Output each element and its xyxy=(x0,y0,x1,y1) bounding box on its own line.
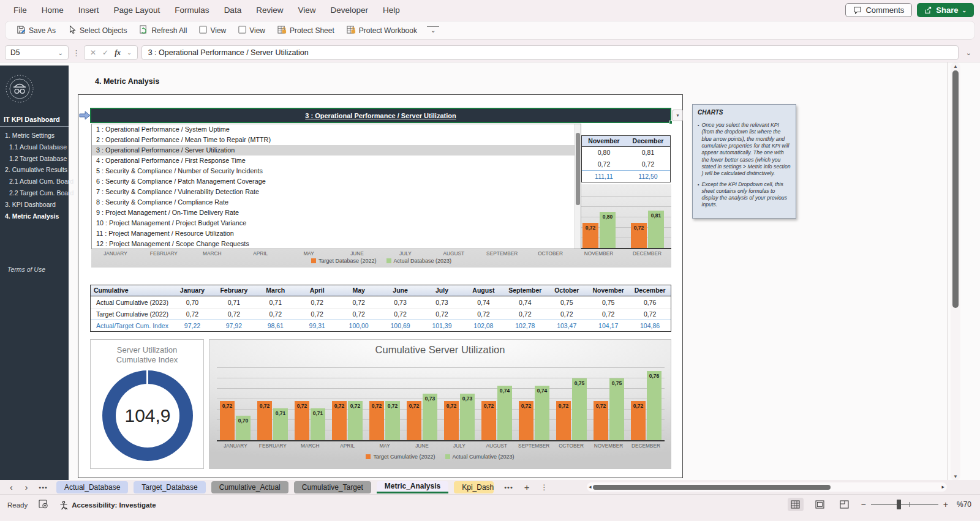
toolbar-refresh-all[interactable]: Refresh All xyxy=(134,23,192,39)
table-cell[interactable]: 0,73 xyxy=(421,297,463,308)
page-layout-view-button[interactable] xyxy=(812,498,828,511)
table-cell[interactable]: 100,00 xyxy=(338,320,380,331)
sidebar-item-3-kpi-dashboard[interactable]: 3. KPI Dashboard xyxy=(0,199,69,211)
sheet-options-icon[interactable]: ⋮ xyxy=(536,483,553,492)
table-cell[interactable]: 104,86 xyxy=(629,320,671,331)
zoom-slider[interactable] xyxy=(871,504,938,505)
zoom-percentage[interactable]: %70 xyxy=(957,500,971,509)
column-header[interactable]: November xyxy=(587,285,629,296)
horizontal-scrollbar[interactable]: ◂ ▸ xyxy=(587,482,947,492)
table-cell[interactable]: 0,70 xyxy=(172,297,213,308)
normal-view-button[interactable] xyxy=(788,498,804,511)
kpi-dropdown-cell[interactable]: 3 : Operational Performance / Server Uti… xyxy=(91,109,670,122)
kpi-option[interactable]: 10 : Project Management / Project Budget… xyxy=(92,218,581,228)
sidebar-item-2-1-actual-cum-board[interactable]: 2.1 Actual Cum. Board xyxy=(0,176,69,187)
sidebar-item-2-cumulative-results[interactable]: 2. Cumulative Results xyxy=(0,164,69,176)
kpi-option[interactable]: 6 : Security & Compliance / Patch Manage… xyxy=(92,176,581,187)
cancel-entry-icon[interactable]: ✕ xyxy=(90,48,96,57)
menu-item-home[interactable]: Home xyxy=(34,2,71,18)
more-sheets-icon[interactable]: ••• xyxy=(499,484,518,491)
table-cell[interactable]: 0,72 xyxy=(504,309,546,320)
kpi-option[interactable]: 8 : Security & Compliance / Compliance R… xyxy=(92,197,581,208)
table-cell[interactable]: 0,71 xyxy=(255,297,296,308)
sheet-tab-cumulative_target[interactable]: Cumulative_Target xyxy=(294,481,371,493)
table-cell[interactable]: 0,71 xyxy=(213,297,255,308)
table-cell[interactable]: 0,76 xyxy=(629,297,671,308)
sheet-tab-actual_database[interactable]: Actual_Database xyxy=(56,481,128,493)
checkbox-icon[interactable] xyxy=(238,26,246,36)
sheet-tab-target_database[interactable]: Target_Database xyxy=(134,481,205,493)
table-cell[interactable]: 0,72 xyxy=(338,309,380,320)
kpi-option[interactable]: 4 : Operational Performance / First Resp… xyxy=(92,156,581,166)
tabs-scroll-left-icon[interactable]: ‹ xyxy=(4,481,19,493)
all-sheets-icon[interactable]: ••• xyxy=(34,484,53,491)
table-cell[interactable]: 0,74 xyxy=(504,297,546,308)
column-header[interactable]: November xyxy=(582,136,626,146)
row-label[interactable]: Actual/Target Cum. Index xyxy=(91,320,172,331)
table-cell[interactable]: 102,78 xyxy=(504,320,546,331)
column-header[interactable]: August xyxy=(462,285,504,296)
table-cell[interactable]: 0,72 xyxy=(380,309,421,320)
expand-formula-bar-icon[interactable]: ⌄ xyxy=(962,49,975,57)
tabs-scroll-right-icon[interactable]: › xyxy=(19,481,34,493)
table-cell[interactable]: 97,22 xyxy=(172,320,213,331)
sidebar-item-4-metric-analysis[interactable]: 4. Metric Analysis xyxy=(0,211,69,222)
toolbar-save-as[interactable]: Save As xyxy=(12,23,61,39)
table-cell[interactable]: 0,80 xyxy=(582,147,626,159)
table-cell[interactable]: 0,72 xyxy=(546,309,587,320)
table-cell[interactable]: 0,75 xyxy=(587,297,629,308)
table-cell[interactable]: 111,11 xyxy=(582,171,626,182)
cell-fill-handle[interactable] xyxy=(669,121,673,124)
table-cell[interactable]: 98,61 xyxy=(255,320,296,331)
row-label[interactable]: Actual Cumulative (2023) xyxy=(91,297,172,308)
toolbar-more-icon[interactable]: ⌄ xyxy=(427,26,439,34)
sheet-tab-cumulative_actual[interactable]: Cumulative_Actual xyxy=(211,481,288,493)
sheet-tab-kpi_dash[interactable]: Kpi_Dash xyxy=(454,481,494,493)
column-header[interactable]: July xyxy=(421,285,463,296)
kpi-option[interactable]: 3 : Operational Performance / Server Uti… xyxy=(92,145,581,156)
table-cell[interactable]: 0,75 xyxy=(546,297,587,308)
sidebar-item-1-1-actual-database[interactable]: 1.1 Actual Database xyxy=(0,141,69,153)
table-cell[interactable]: 97,92 xyxy=(213,320,255,331)
terms-of-use-link[interactable]: Terms of Use xyxy=(0,266,69,273)
table-cell[interactable]: 0,72 xyxy=(421,309,463,320)
share-button[interactable]: Share ⌄ xyxy=(917,3,974,17)
table-cell[interactable]: 99,31 xyxy=(296,320,338,331)
sidebar-item-2-2-target-cum-board[interactable]: 2.2 Target Cum. Board xyxy=(0,187,69,199)
table-cell[interactable]: 0,72 xyxy=(296,309,338,320)
menu-item-help[interactable]: Help xyxy=(375,2,407,18)
sidebar-item-1-metric-settings[interactable]: 1. Metric Settings xyxy=(0,130,69,141)
table-cell[interactable]: 102,08 xyxy=(462,320,504,331)
scroll-down-icon[interactable]: ▼ xyxy=(951,474,960,479)
menu-item-developer[interactable]: Developer xyxy=(323,2,375,18)
column-header[interactable]: September xyxy=(504,285,546,296)
toolbar-view[interactable]: View xyxy=(194,23,231,38)
toolbar-protect-sheet[interactable]: Protect Sheet xyxy=(273,23,339,39)
toolbar-protect-workbook[interactable]: Protect Workbook xyxy=(342,23,422,39)
table-cell[interactable]: 103,47 xyxy=(546,320,587,331)
table-cell[interactable]: 0,72 xyxy=(587,309,629,320)
table-cell[interactable]: 101,39 xyxy=(421,320,463,331)
table-cell[interactable]: 0,72 xyxy=(213,309,255,320)
table-cell[interactable]: 0,72 xyxy=(629,309,671,320)
kpi-option[interactable]: 12 : Project Management / Scope Change R… xyxy=(92,239,581,249)
name-box[interactable]: D5 ⌄ xyxy=(5,45,69,60)
sheet-tab-metric_analysis[interactable]: Metric_Analysis xyxy=(377,481,448,493)
new-sheet-button[interactable]: + xyxy=(518,482,536,492)
toolbar-select-objects[interactable]: Select Objects xyxy=(63,23,132,39)
table-cell[interactable]: 0,81 xyxy=(626,147,670,159)
column-header[interactable]: December xyxy=(629,285,671,296)
column-header[interactable]: December xyxy=(626,136,670,146)
confirm-entry-icon[interactable]: ✓ xyxy=(102,48,108,57)
formula-input[interactable]: 3 : Operational Performance / Server Uti… xyxy=(141,45,959,60)
table-cell[interactable]: 104,17 xyxy=(587,320,629,331)
hscroll-right-icon[interactable]: ▸ xyxy=(941,484,944,490)
column-header[interactable]: October xyxy=(546,285,587,296)
corner-header[interactable]: Cumulative xyxy=(91,285,172,296)
scroll-up-icon[interactable]: ▲ xyxy=(951,64,960,69)
page-break-view-button[interactable] xyxy=(837,498,853,511)
table-cell[interactable]: 0,72 xyxy=(296,297,338,308)
zoom-slider-thumb[interactable] xyxy=(897,500,901,509)
table-cell[interactable]: 0,72 xyxy=(338,297,380,308)
kpi-option[interactable]: 1 : Operational Performance / System Upt… xyxy=(92,124,581,135)
